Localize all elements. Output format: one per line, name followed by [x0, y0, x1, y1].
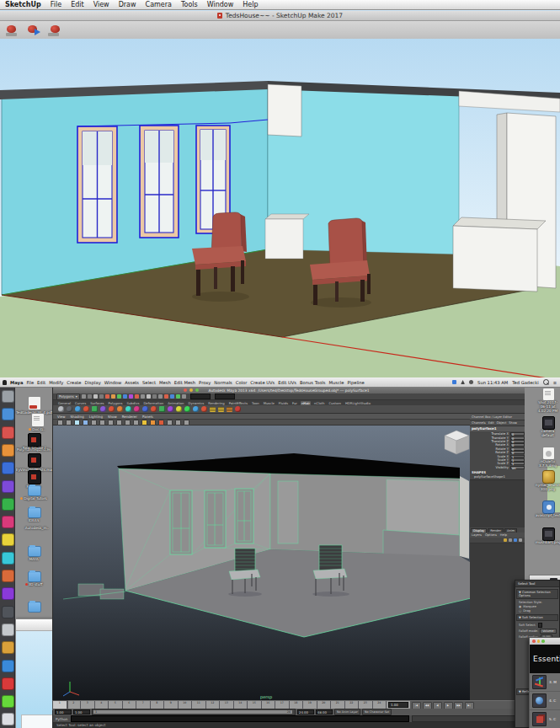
shelf-icon-21[interactable] — [227, 407, 232, 412]
layer-icon-4[interactable] — [519, 538, 522, 542]
photo-icon[interactable] — [542, 527, 555, 541]
panel-menu-renderer[interactable]: Renderer — [122, 415, 137, 419]
panel-toolbar-icon-7[interactable] — [108, 420, 114, 426]
channel-value-rotate-x[interactable]: 0 — [510, 443, 525, 447]
shelf-icon-5[interactable] — [92, 406, 98, 412]
menu-file[interactable]: File — [51, 1, 61, 8]
status-icon-15[interactable] — [164, 394, 168, 399]
shape-name[interactable]: polySurfaceShape1 — [470, 474, 525, 479]
wifi-icon[interactable] — [461, 380, 465, 384]
maya-icon[interactable] — [28, 453, 41, 468]
menu-assets[interactable]: Assets — [125, 380, 139, 385]
menubar-user[interactable]: Ted Gadecki — [512, 380, 538, 385]
maya-icon[interactable] — [28, 470, 41, 484]
menu-sketchup[interactable]: SketchUp — [5, 1, 41, 8]
menu-display[interactable]: Display — [85, 380, 101, 385]
dock-icon-13[interactable] — [2, 606, 14, 618]
shelf-icon-7[interactable] — [109, 406, 115, 412]
menu-modify[interactable]: Modify — [49, 380, 63, 385]
status-icon-7[interactable] — [117, 394, 121, 399]
range-slider-track[interactable]: 1 24 — [92, 709, 296, 715]
playback-end-field[interactable]: 24.00 — [297, 709, 314, 715]
channel-value-visibility[interactable]: on — [510, 466, 525, 469]
gold-icon[interactable] — [542, 470, 555, 484]
range-slider-bar[interactable]: 1 24 — [93, 710, 292, 715]
channel-value-rotate-z[interactable]: 0 — [510, 451, 525, 454]
pdf-icon[interactable] — [28, 396, 41, 410]
folder-icon[interactable] — [28, 546, 41, 557]
status-icon-18[interactable] — [182, 394, 186, 399]
menu-draw[interactable]: Draw — [119, 1, 136, 8]
notification-center-icon[interactable]: ≡ — [553, 380, 557, 385]
sketchup-model-icon[interactable] — [6, 24, 19, 36]
channel-menu-edit[interactable]: Edit — [488, 421, 494, 425]
anim-layer-dropdown[interactable]: No Anim Layer — [334, 709, 360, 715]
dock-icon-12[interactable] — [2, 587, 14, 600]
panel-toolbar-icon-10[interactable] — [133, 420, 139, 426]
shelf-icon-18[interactable] — [201, 406, 207, 412]
command-line-label[interactable]: Python — [56, 717, 68, 721]
panel-toolbar-icon-11[interactable] — [141, 420, 147, 426]
status-icon-6[interactable] — [111, 394, 115, 399]
dock-icon-7[interactable] — [2, 498, 14, 511]
export-model-icon[interactable] — [27, 24, 40, 36]
dock-icon-11[interactable] — [2, 570, 14, 582]
window-2[interactable] — [140, 126, 179, 238]
doc-icon[interactable] — [31, 413, 45, 427]
menu-normals[interactable]: Normals — [214, 380, 232, 385]
window-1[interactable] — [77, 126, 117, 243]
dock-icon-10[interactable] — [2, 552, 14, 565]
menu-camera[interactable]: Camera — [146, 1, 172, 8]
dock-icon-3[interactable] — [2, 426, 14, 439]
maya-viewport[interactable]: persp — [53, 426, 470, 700]
dock-icon-16[interactable] — [2, 660, 14, 672]
close-button[interactable] — [184, 388, 187, 392]
shelf-icon-20[interactable] — [218, 407, 224, 412]
sketchup-viewport[interactable] — [0, 39, 560, 377]
menu-select[interactable]: Select — [142, 380, 156, 385]
soft-select-checkbox[interactable] — [538, 623, 543, 628]
menu-muscle[interactable]: Muscle — [328, 380, 344, 385]
maya-titlebar[interactable]: Autodesk Maya 2013 x64: /Users/ted/Deskt… — [53, 387, 525, 393]
current-time-field[interactable]: 1.00 — [388, 702, 408, 708]
essential-item[interactable]: 3. M — [530, 673, 560, 692]
dock-icon-17[interactable] — [2, 677, 14, 690]
folder-icon[interactable] — [28, 485, 41, 496]
channel-menu-object[interactable]: Object — [497, 421, 507, 425]
shelf-icon-19[interactable] — [210, 407, 216, 412]
menu-edit[interactable]: Edit — [71, 1, 84, 8]
dmg-icon[interactable] — [542, 447, 555, 460]
folder-icon[interactable] — [28, 602, 41, 613]
menu-create[interactable]: Create — [67, 380, 81, 385]
menu-set-dropdown[interactable]: Polygons ▾ — [56, 393, 80, 400]
panel-toolbar-icon-5[interactable] — [91, 420, 97, 426]
dock-icon-14[interactable] — [2, 624, 14, 636]
layer-menu-options[interactable]: Options — [485, 533, 497, 537]
menu-create-uvs[interactable]: Create UVs — [250, 380, 275, 385]
panel-menu-view[interactable]: View — [57, 415, 66, 419]
channel-value-translate-z[interactable]: 0 — [510, 440, 525, 443]
channel-value-scale-x[interactable]: 1 — [510, 455, 525, 458]
status-icon-4[interactable] — [99, 394, 104, 399]
animation-start-field[interactable]: 1.00 — [55, 709, 72, 715]
playback-start-field[interactable]: 1.00 — [73, 709, 90, 715]
status-icon-8[interactable] — [123, 394, 127, 399]
menu-tools[interactable]: Tools — [181, 1, 198, 8]
tool-settings-title[interactable]: Select Tool — [515, 581, 559, 587]
status-icon-12[interactable] — [147, 394, 151, 399]
soft-selection-header[interactable]: ▼ Soft Selection — [516, 614, 558, 621]
panel-menu-show[interactable]: Show — [108, 415, 117, 419]
quick-selection-field[interactable] — [190, 393, 211, 399]
status-icon-16[interactable] — [170, 394, 174, 399]
channel-value-rotate-y[interactable]: 0 — [510, 447, 525, 451]
shelf-icon-2[interactable] — [67, 406, 72, 412]
essential-item[interactable]: 5. C — [530, 710, 560, 728]
shelf-icon-14[interactable] — [168, 406, 173, 412]
view-cube[interactable] — [445, 431, 469, 454]
panel-toolbar-icon-15[interactable] — [175, 420, 181, 426]
character-set-dropdown[interactable]: No Character Set — [362, 709, 392, 715]
doc-icon[interactable] — [542, 388, 555, 401]
status-icon-17[interactable] — [176, 394, 180, 399]
menu-color[interactable]: Color — [236, 380, 248, 385]
layer-menu-layers[interactable]: Layers — [472, 533, 482, 537]
